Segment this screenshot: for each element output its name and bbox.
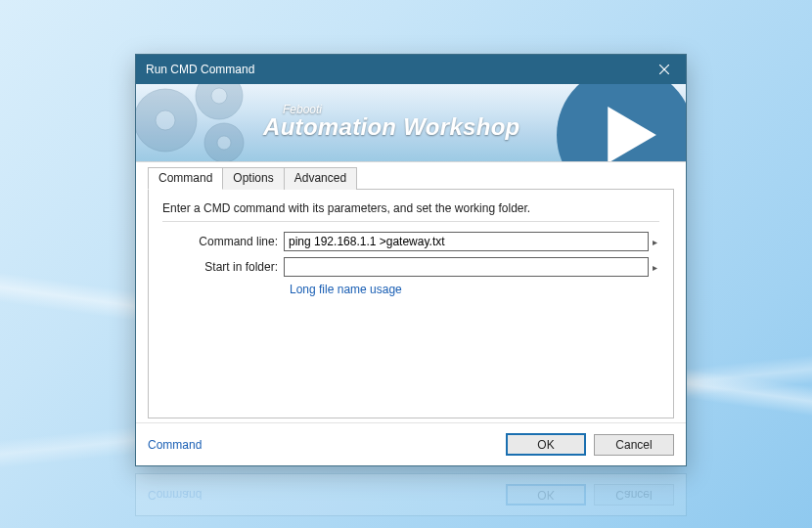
client-area: Command Options Advanced Enter a CMD com… xyxy=(136,162,686,422)
instruction-text: Enter a CMD command with its parameters,… xyxy=(162,201,659,215)
dialog-window: Run CMD Command xyxy=(135,54,687,466)
window-title: Run CMD Command xyxy=(146,63,642,76)
tab-advanced[interactable]: Advanced xyxy=(284,167,357,190)
svg-marker-8 xyxy=(608,107,656,162)
cancel-button[interactable]: Cancel xyxy=(594,434,674,456)
command-line-label: Command line: xyxy=(162,235,284,248)
title-bar[interactable]: Run CMD Command xyxy=(136,55,686,84)
command-line-menu-arrow[interactable]: ▸ xyxy=(650,237,659,247)
svg-point-7 xyxy=(217,136,231,150)
chevron-right-icon: ▸ xyxy=(653,237,657,247)
command-line-input[interactable] xyxy=(284,232,649,251)
desktop-background: Run CMD Command xyxy=(0,0,812,528)
breadcrumb[interactable]: Command xyxy=(148,438,498,452)
dialog-footer: Command OK Cancel xyxy=(136,422,686,465)
product-brand: Febooti Automation Workshop xyxy=(263,104,520,139)
play-icon xyxy=(600,105,660,162)
svg-point-3 xyxy=(156,110,175,130)
close-icon xyxy=(659,65,669,74)
row-start-in: Start in folder: ▸ xyxy=(162,257,659,277)
tab-command[interactable]: Command xyxy=(148,167,223,190)
start-in-label: Start in folder: xyxy=(162,260,284,274)
brand-big-label: Automation Workshop xyxy=(263,115,520,139)
header-banner: Febooti Automation Workshop xyxy=(136,84,686,162)
chevron-right-icon: ▸ xyxy=(653,262,657,273)
help-link-long-file-name[interactable]: Long file name usage xyxy=(290,283,659,296)
play-circle-icon xyxy=(557,84,686,162)
start-in-menu-arrow[interactable]: ▸ xyxy=(650,262,659,273)
close-button[interactable] xyxy=(642,55,686,84)
svg-point-5 xyxy=(211,88,227,104)
ok-button[interactable]: OK xyxy=(506,433,586,456)
tab-options[interactable]: Options xyxy=(222,167,284,190)
separator xyxy=(162,221,659,222)
row-command-line: Command line: ▸ xyxy=(162,232,659,251)
tab-panel-command: Enter a CMD command with its parameters,… xyxy=(148,190,674,418)
tab-strip: Command Options Advanced xyxy=(148,166,674,190)
start-in-input[interactable] xyxy=(284,257,649,277)
